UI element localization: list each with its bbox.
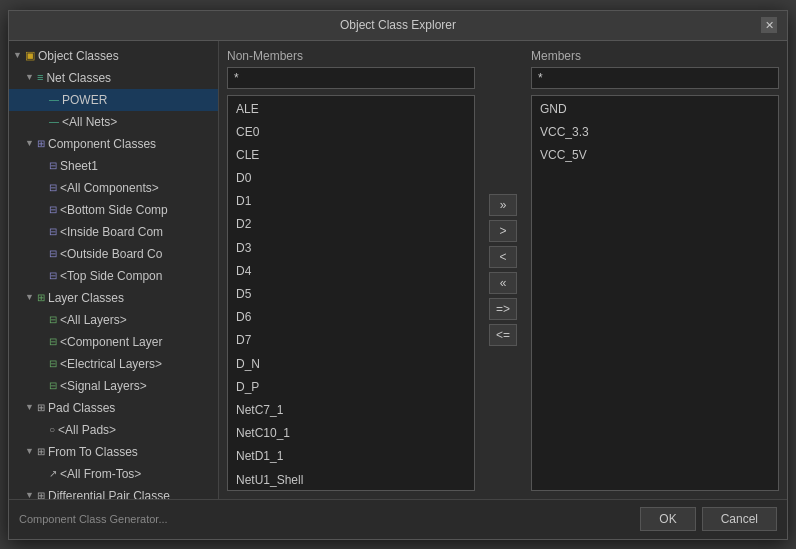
tree-label: POWER [62, 91, 107, 109]
comp-item-icon: ⊟ [49, 202, 57, 217]
list-item[interactable]: CE0 [228, 121, 474, 144]
non-members-label: Non-Members [227, 49, 475, 63]
non-members-list: ALE CE0 CLE D0 D1 D2 D3 D4 D5 D6 D7 D_N … [227, 95, 475, 491]
list-item[interactable]: D4 [228, 260, 474, 283]
tree-item-sheet1[interactable]: ▼ ⊟ Sheet1 [9, 155, 218, 177]
tree-item-all-pads[interactable]: ▼ ○ <All Pads> [9, 419, 218, 441]
tree-label: <Top Side Compon [60, 267, 162, 285]
tree-label: <Bottom Side Comp [60, 201, 168, 219]
comp-item-icon: ⊟ [49, 268, 57, 283]
list-item[interactable]: D_P [228, 376, 474, 399]
footer: Component Class Generator... OK Cancel [9, 499, 787, 539]
tree-label: Object Classes [38, 47, 119, 65]
tree-item-object-classes[interactable]: ▼ ▣ Object Classes [9, 45, 218, 67]
tree-item-outside-board[interactable]: ▼ ⊟ <Outside Board Co [9, 243, 218, 265]
arrow-panel: » > < « => <= [483, 41, 523, 499]
tree-label: Component Classes [48, 135, 156, 153]
dialog-title: Object Class Explorer [35, 18, 761, 32]
list-item[interactable]: D3 [228, 237, 474, 260]
move-left-button[interactable]: < [489, 246, 517, 268]
tree-item-power[interactable]: ▼ — POWER [9, 89, 218, 111]
tree-item-component-layer[interactable]: ▼ ⊟ <Component Layer [9, 331, 218, 353]
component-class-generator-label: Component Class Generator... [19, 513, 168, 525]
tree-item-inside-board[interactable]: ▼ ⊟ <Inside Board Com [9, 221, 218, 243]
tree-item-all-from-tos[interactable]: ▼ ↗ <All From-Tos> [9, 463, 218, 485]
tree-label: <Signal Layers> [60, 377, 147, 395]
from-icon: ⊞ [37, 444, 45, 459]
tree-item-net-classes[interactable]: ▼ ≡ Net Classes [9, 67, 218, 89]
tree-item-electrical-layers[interactable]: ▼ ⊟ <Electrical Layers> [9, 353, 218, 375]
close-button[interactable]: ✕ [761, 17, 777, 33]
non-members-filter[interactable] [227, 67, 475, 89]
move-all-left2-button[interactable]: <= [489, 324, 517, 346]
tree-label: Differential Pair Classe [48, 487, 170, 499]
dialog-body: ▼ ▣ Object Classes ▼ ≡ Net Classes ▼ — P… [9, 41, 787, 499]
list-item[interactable]: NetD1_1 [228, 445, 474, 468]
layer-item-icon: ⊟ [49, 356, 57, 371]
list-item[interactable]: NetU1_Shell [228, 469, 474, 491]
tree-item-all-nets[interactable]: ▼ — <All Nets> [9, 111, 218, 133]
tree-label: <All Nets> [62, 113, 117, 131]
list-item[interactable]: D1 [228, 190, 474, 213]
net-line-icon: — [49, 114, 59, 129]
list-item[interactable]: D2 [228, 213, 474, 236]
tree-item-signal-layers[interactable]: ▼ ⊟ <Signal Layers> [9, 375, 218, 397]
tree-label: From To Classes [48, 443, 138, 461]
list-item[interactable]: D0 [228, 167, 474, 190]
tree-label: <Outside Board Co [60, 245, 162, 263]
tree-label: <All Pads> [58, 421, 116, 439]
cancel-button[interactable]: Cancel [702, 507, 777, 531]
expand-icon: ▼ [25, 291, 35, 305]
tree-item-top-side[interactable]: ▼ ⊟ <Top Side Compon [9, 265, 218, 287]
non-members-panel: Non-Members ALE CE0 CLE D0 D1 D2 D3 D4 D… [219, 41, 483, 499]
list-item[interactable]: D6 [228, 306, 474, 329]
move-all-right2-button[interactable]: => [489, 298, 517, 320]
list-item[interactable]: ALE [228, 98, 474, 121]
comp-item-icon: ⊟ [49, 246, 57, 261]
tree-item-all-layers[interactable]: ▼ ⊟ <All Layers> [9, 309, 218, 331]
ok-button[interactable]: OK [640, 507, 695, 531]
tree-item-diff-pair-classes[interactable]: ▼ ⊞ Differential Pair Classe [9, 485, 218, 499]
move-all-left-button[interactable]: « [489, 272, 517, 294]
layer-item-icon: ⊟ [49, 378, 57, 393]
tree-label: <Inside Board Com [60, 223, 163, 241]
from-item-icon: ↗ [49, 466, 57, 481]
expand-icon: ▼ [25, 489, 35, 499]
tree-label: <All Layers> [60, 311, 127, 329]
expand-icon: ▼ [25, 137, 35, 151]
expand-icon: ▼ [25, 401, 35, 415]
list-item[interactable]: VCC_3.3 [532, 121, 778, 144]
tree-label: Layer Classes [48, 289, 124, 307]
members-filter[interactable] [531, 67, 779, 89]
net-line-icon: — [49, 92, 59, 107]
folder-icon: ▣ [25, 47, 35, 64]
tree-item-component-classes[interactable]: ▼ ⊞ Component Classes [9, 133, 218, 155]
members-label: Members [531, 49, 779, 63]
move-right-button[interactable]: > [489, 220, 517, 242]
layer-item-icon: ⊟ [49, 312, 57, 327]
list-item[interactable]: D5 [228, 283, 474, 306]
list-item[interactable]: GND [532, 98, 778, 121]
dialog: Object Class Explorer ✕ ▼ ▣ Object Class… [8, 10, 788, 540]
list-item[interactable]: NetC7_1 [228, 399, 474, 422]
layer-item-icon: ⊟ [49, 334, 57, 349]
members-list: GND VCC_3.3 VCC_5V [531, 95, 779, 491]
list-item[interactable]: D7 [228, 329, 474, 352]
tree-item-pad-classes[interactable]: ▼ ⊞ Pad Classes [9, 397, 218, 419]
tree-label: <All Components> [60, 179, 159, 197]
list-item[interactable]: D_N [228, 353, 474, 376]
tree-item-all-components[interactable]: ▼ ⊟ <All Components> [9, 177, 218, 199]
list-item[interactable]: VCC_5V [532, 144, 778, 167]
move-all-right-button[interactable]: » [489, 194, 517, 216]
footer-buttons: OK Cancel [640, 507, 777, 531]
list-item[interactable]: NetC10_1 [228, 422, 474, 445]
tree-item-layer-classes[interactable]: ▼ ⊞ Layer Classes [9, 287, 218, 309]
tree-item-from-to-classes[interactable]: ▼ ⊞ From To Classes [9, 441, 218, 463]
pad-icon: ⊞ [37, 400, 45, 415]
list-item[interactable]: CLE [228, 144, 474, 167]
members-panel: Members GND VCC_3.3 VCC_5V [523, 41, 787, 499]
tree-label: <All From-Tos> [60, 465, 141, 483]
expand-icon: ▼ [25, 71, 35, 85]
tree-item-bottom-side[interactable]: ▼ ⊟ <Bottom Side Comp [9, 199, 218, 221]
expand-icon: ▼ [25, 445, 35, 459]
